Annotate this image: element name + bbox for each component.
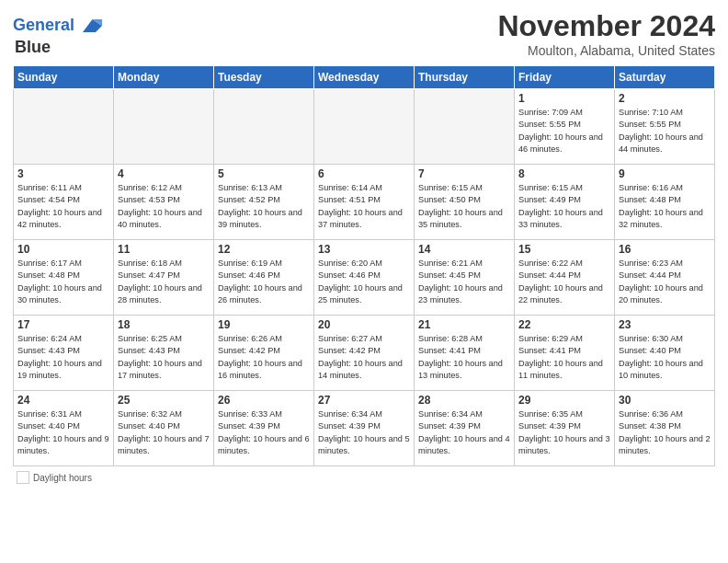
day-number: 8: [518, 167, 610, 180]
day-info: Sunrise: 6:25 AM Sunset: 4:43 PM Dayligh…: [118, 333, 210, 382]
day-info: Sunrise: 6:31 AM Sunset: 4:40 PM Dayligh…: [17, 408, 109, 457]
header: General Blue November 2024 Moulton, Alab…: [13, 9, 715, 58]
day-info: Sunrise: 6:11 AM Sunset: 4:54 PM Dayligh…: [17, 182, 109, 231]
day-number: 27: [318, 394, 410, 407]
calendar-cell: [314, 89, 415, 165]
calendar-table: SundayMondayTuesdayWednesdayThursdayFrid…: [13, 65, 715, 466]
day-number: 3: [17, 167, 109, 180]
calendar-cell: 13Sunrise: 6:20 AM Sunset: 4:46 PM Dayli…: [314, 240, 415, 316]
calendar-cell: [114, 89, 214, 165]
day-info: Sunrise: 6:14 AM Sunset: 4:51 PM Dayligh…: [318, 182, 410, 231]
day-info: Sunrise: 6:13 AM Sunset: 4:52 PM Dayligh…: [218, 182, 310, 231]
calendar-cell: 22Sunrise: 6:29 AM Sunset: 4:41 PM Dayli…: [515, 316, 615, 391]
location: Moulton, Alabama, United States: [497, 43, 715, 58]
day-info: Sunrise: 6:16 AM Sunset: 4:48 PM Dayligh…: [619, 182, 711, 231]
day-info: Sunrise: 6:15 AM Sunset: 4:50 PM Dayligh…: [418, 182, 510, 231]
day-info: Sunrise: 6:20 AM Sunset: 4:46 PM Dayligh…: [318, 258, 410, 306]
calendar-cell: 8Sunrise: 6:15 AM Sunset: 4:49 PM Daylig…: [515, 165, 615, 240]
day-info: Sunrise: 6:29 AM Sunset: 4:41 PM Dayligh…: [518, 333, 610, 382]
legend-daylight-label: Daylight hours: [33, 473, 92, 483]
day-info: Sunrise: 6:22 AM Sunset: 4:44 PM Dayligh…: [518, 258, 610, 306]
logo-icon: [76, 13, 102, 39]
calendar-cell: [415, 89, 515, 165]
day-number: 30: [619, 394, 711, 407]
day-info: Sunrise: 6:23 AM Sunset: 4:44 PM Dayligh…: [619, 258, 711, 306]
calendar-cell: 21Sunrise: 6:28 AM Sunset: 4:41 PM Dayli…: [415, 316, 515, 391]
day-header-monday: Monday: [114, 66, 214, 89]
calendar-cell: 25Sunrise: 6:32 AM Sunset: 4:40 PM Dayli…: [114, 391, 214, 466]
day-number: 28: [418, 394, 510, 407]
day-info: Sunrise: 6:34 AM Sunset: 4:39 PM Dayligh…: [418, 408, 510, 457]
day-number: 9: [619, 167, 711, 180]
legend-item-daylight: Daylight hours: [17, 471, 92, 484]
day-header-sunday: Sunday: [14, 66, 114, 89]
day-number: 19: [218, 318, 310, 331]
calendar-cell: 28Sunrise: 6:34 AM Sunset: 4:39 PM Dayli…: [415, 391, 515, 466]
day-number: 22: [518, 318, 610, 331]
day-info: Sunrise: 6:35 AM Sunset: 4:39 PM Dayligh…: [518, 408, 610, 457]
day-info: Sunrise: 6:19 AM Sunset: 4:46 PM Dayligh…: [218, 258, 310, 306]
day-info: Sunrise: 6:30 AM Sunset: 4:40 PM Dayligh…: [619, 333, 711, 382]
calendar-cell: 10Sunrise: 6:17 AM Sunset: 4:48 PM Dayli…: [14, 240, 114, 316]
day-number: 1: [518, 92, 610, 105]
calendar-cell: 16Sunrise: 6:23 AM Sunset: 4:44 PM Dayli…: [615, 240, 715, 316]
day-number: 4: [118, 167, 210, 180]
day-number: 12: [218, 243, 310, 256]
title-block: November 2024 Moulton, Alabama, United S…: [497, 9, 715, 58]
day-info: Sunrise: 6:33 AM Sunset: 4:39 PM Dayligh…: [218, 408, 310, 457]
day-number: 17: [17, 318, 109, 331]
day-header-thursday: Thursday: [415, 66, 515, 89]
day-number: 25: [118, 394, 210, 407]
day-header-wednesday: Wednesday: [314, 66, 415, 89]
calendar-cell: 18Sunrise: 6:25 AM Sunset: 4:43 PM Dayli…: [114, 316, 214, 391]
day-info: Sunrise: 6:26 AM Sunset: 4:42 PM Dayligh…: [218, 333, 310, 382]
day-header-tuesday: Tuesday: [214, 66, 314, 89]
logo: General Blue: [13, 13, 102, 57]
day-number: 5: [218, 167, 310, 180]
calendar-cell: 15Sunrise: 6:22 AM Sunset: 4:44 PM Dayli…: [515, 240, 615, 316]
day-header-saturday: Saturday: [615, 66, 715, 89]
calendar-cell: 29Sunrise: 6:35 AM Sunset: 4:39 PM Dayli…: [515, 391, 615, 466]
day-number: 2: [619, 92, 711, 105]
day-info: Sunrise: 7:09 AM Sunset: 5:55 PM Dayligh…: [518, 107, 610, 155]
calendar-cell: 3Sunrise: 6:11 AM Sunset: 4:54 PM Daylig…: [14, 165, 114, 240]
day-number: 10: [17, 243, 109, 256]
calendar-cell: 20Sunrise: 6:27 AM Sunset: 4:42 PM Dayli…: [314, 316, 415, 391]
day-info: Sunrise: 6:34 AM Sunset: 4:39 PM Dayligh…: [318, 408, 410, 457]
day-info: Sunrise: 7:10 AM Sunset: 5:55 PM Dayligh…: [619, 107, 711, 155]
calendar-cell: 19Sunrise: 6:26 AM Sunset: 4:42 PM Dayli…: [214, 316, 314, 391]
day-info: Sunrise: 6:12 AM Sunset: 4:53 PM Dayligh…: [118, 182, 210, 231]
day-number: 21: [418, 318, 510, 331]
day-header-friday: Friday: [515, 66, 615, 89]
day-number: 13: [318, 243, 410, 256]
calendar-cell: 23Sunrise: 6:30 AM Sunset: 4:40 PM Dayli…: [615, 316, 715, 391]
legend: Daylight hours: [13, 471, 715, 484]
calendar-cell: [214, 89, 314, 165]
calendar-cell: 6Sunrise: 6:14 AM Sunset: 4:51 PM Daylig…: [314, 165, 415, 240]
day-info: Sunrise: 6:32 AM Sunset: 4:40 PM Dayligh…: [118, 408, 210, 457]
logo-text: General: [13, 17, 74, 35]
calendar-cell: 5Sunrise: 6:13 AM Sunset: 4:52 PM Daylig…: [214, 165, 314, 240]
month-title: November 2024: [497, 9, 715, 43]
day-number: 6: [318, 167, 410, 180]
calendar-cell: 4Sunrise: 6:12 AM Sunset: 4:53 PM Daylig…: [114, 165, 214, 240]
day-info: Sunrise: 6:15 AM Sunset: 4:49 PM Dayligh…: [518, 182, 610, 231]
day-number: 16: [619, 243, 711, 256]
calendar-cell: 9Sunrise: 6:16 AM Sunset: 4:48 PM Daylig…: [615, 165, 715, 240]
calendar-cell: 26Sunrise: 6:33 AM Sunset: 4:39 PM Dayli…: [214, 391, 314, 466]
day-info: Sunrise: 6:17 AM Sunset: 4:48 PM Dayligh…: [17, 258, 109, 306]
day-number: 11: [118, 243, 210, 256]
calendar-cell: 7Sunrise: 6:15 AM Sunset: 4:50 PM Daylig…: [415, 165, 515, 240]
day-info: Sunrise: 6:18 AM Sunset: 4:47 PM Dayligh…: [118, 258, 210, 306]
day-number: 26: [218, 394, 310, 407]
day-number: 18: [118, 318, 210, 331]
day-info: Sunrise: 6:27 AM Sunset: 4:42 PM Dayligh…: [318, 333, 410, 382]
main-container: General Blue November 2024 Moulton, Alab…: [0, 0, 728, 491]
day-info: Sunrise: 6:28 AM Sunset: 4:41 PM Dayligh…: [418, 333, 510, 382]
day-info: Sunrise: 6:24 AM Sunset: 4:43 PM Dayligh…: [17, 333, 109, 382]
calendar-cell: 11Sunrise: 6:18 AM Sunset: 4:47 PM Dayli…: [114, 240, 214, 316]
day-number: 14: [418, 243, 510, 256]
calendar-cell: 17Sunrise: 6:24 AM Sunset: 4:43 PM Dayli…: [14, 316, 114, 391]
calendar-cell: 24Sunrise: 6:31 AM Sunset: 4:40 PM Dayli…: [14, 391, 114, 466]
day-number: 20: [318, 318, 410, 331]
